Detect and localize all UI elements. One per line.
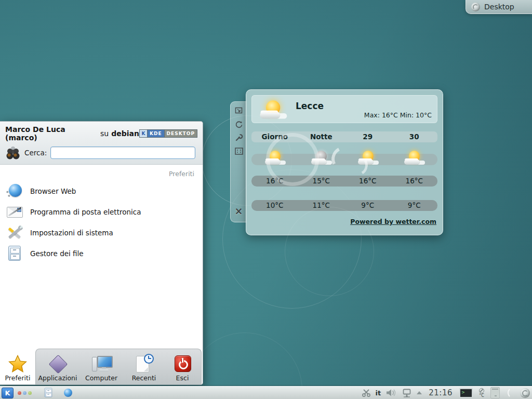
settings-grid-icon[interactable] [234, 147, 243, 155]
menu-item-email[interactable]: Programma di posta elettronica [0, 202, 203, 222]
rotate-icon[interactable] [234, 119, 243, 128]
cashew-icon [520, 388, 530, 398]
panel-mini-widget[interactable] [490, 387, 500, 398]
weather-max-min: Max: 16°C Min: 10°C [364, 111, 432, 119]
column-header: 29 [344, 131, 391, 142]
weather-tray-icon[interactable]: °C [477, 388, 486, 398]
weather-widget: Lecce Max: 16°C Min: 10°C Giorno Notte 2… [246, 89, 443, 235]
tray-expander-icon[interactable] [417, 391, 422, 394]
kde-desktop-badge: K KDE DESKTOP [139, 129, 197, 138]
temp-value: 9°C [344, 200, 391, 211]
network-monitor-icon[interactable] [402, 389, 412, 397]
kde-menu-button[interactable]: K [2, 388, 14, 398]
temp-value: 16°C [251, 176, 298, 187]
binoculars-search-icon [5, 145, 21, 160]
kickoff-favorites-view: Preferiti Browser Web Programma di posta… [0, 165, 203, 347]
close-icon[interactable]: × [235, 207, 243, 216]
konqueror-globe-icon [6, 183, 23, 200]
tab-preferiti[interactable]: Preferiti [0, 347, 35, 384]
volume-icon[interactable] [385, 389, 397, 397]
swirl-arc-icon [508, 387, 519, 398]
kickoff-header: Marco De Luca (marco) su debian K KDE DE… [0, 122, 203, 165]
user-title: Marco De Luca (marco) su debian K KDE DE… [5, 125, 197, 142]
tab-applicazioni[interactable]: Applicazioni [37, 349, 78, 384]
system-tray: it 21:16 > °C [362, 387, 531, 398]
panel-clock[interactable]: 21:16 [429, 388, 453, 397]
configure-wrench-icon[interactable] [234, 133, 243, 142]
weather-header: Lecce Max: 16°C Min: 10°C [251, 95, 437, 123]
column-header: 30 [391, 131, 438, 142]
kde-logo-icon: K [140, 130, 148, 137]
menu-item-file-manager[interactable]: Gestore dei file [0, 243, 203, 264]
file-manager-launcher[interactable] [43, 388, 54, 398]
search-input[interactable] [50, 147, 195, 159]
moon-cloud-icon [311, 150, 331, 166]
weather-column-headers: Giorno Notte 29 30 [251, 131, 437, 142]
weather-icon-row [251, 147, 437, 171]
star-icon [8, 355, 28, 373]
weather-low-temps: 10°C 11°C 9°C 9°C [251, 200, 437, 211]
keyboard-layout-indicator[interactable]: it [376, 389, 381, 397]
column-header: Notte [298, 131, 345, 142]
blue-dot-icon [23, 391, 26, 395]
green-dot-icon [28, 391, 32, 395]
tab-recenti[interactable]: Recenti [124, 349, 164, 384]
title-connector: su [100, 129, 109, 138]
temp-value: 16°C [344, 176, 391, 187]
panel-toolbox[interactable] [508, 387, 530, 398]
user-name: Marco De Luca (marco) [5, 125, 98, 142]
toolbox-label: Desktop [484, 3, 514, 11]
widget-handle[interactable]: × [230, 101, 247, 222]
tab-esci[interactable]: Esci [162, 349, 203, 384]
temp-value: 16°C [391, 176, 438, 187]
file-cabinet-icon [6, 245, 23, 262]
temp-value: 10°C [251, 200, 298, 211]
bottom-panel: K it 21:16 > °C [0, 386, 532, 399]
red-dot-icon [18, 391, 21, 395]
weather-high-temps: 16°C 15°C 16°C 16°C [251, 176, 437, 187]
browser-launcher[interactable] [64, 389, 72, 397]
cashew-icon [471, 3, 480, 11]
document-clock-icon [134, 355, 154, 373]
scissors-klipper-icon[interactable] [362, 389, 371, 397]
host-name: debian [111, 129, 139, 138]
resize-icon[interactable] [234, 106, 243, 115]
sun-cloud-icon [357, 150, 378, 166]
temp-value: 9°C [391, 200, 438, 211]
desktop-toolbox[interactable]: Desktop [466, 0, 532, 14]
weather-city: Lecce [296, 101, 324, 111]
temp-value: 15°C [298, 176, 345, 187]
kickoff-menu: Marco De Luca (marco) su debian K KDE DE… [0, 121, 203, 385]
sun-cloud-icon [259, 100, 286, 120]
tab-computer[interactable]: Computer [81, 349, 122, 384]
kickoff-tab-bar: Preferiti Applicazioni Computer Recenti … [0, 347, 203, 384]
terminal-icon[interactable]: > [459, 388, 473, 398]
computer-monitor-icon [91, 355, 111, 373]
power-button-icon [172, 355, 192, 373]
search-label: Cerca: [24, 149, 47, 157]
menu-item-browser-web[interactable]: Browser Web [0, 181, 203, 202]
activity-dots[interactable] [18, 391, 32, 395]
temp-value: 11°C [298, 200, 345, 211]
mail-envelope-pen-icon [6, 204, 23, 220]
section-label: Preferiti [0, 165, 203, 181]
wetter-credit-link[interactable]: Powered by wetter.com [350, 218, 436, 225]
menu-item-system-settings[interactable]: Impostazioni di sistema [0, 222, 203, 243]
column-header: Giorno [251, 131, 298, 142]
kde-diamond-icon [48, 355, 68, 373]
crossed-tools-icon [6, 224, 23, 241]
sun-cloud-icon [264, 150, 285, 166]
sun-cloud-icon [404, 150, 424, 166]
